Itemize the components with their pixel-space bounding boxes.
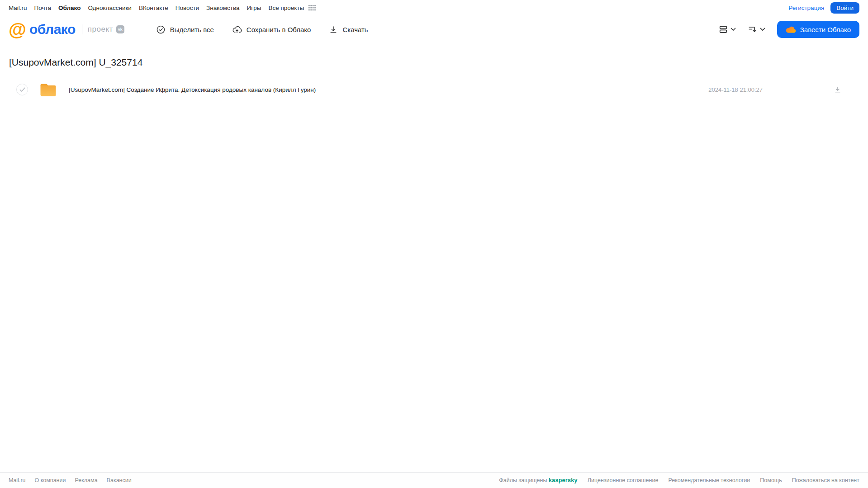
chevron-down-icon [760,28,765,31]
portal-link-mailru[interactable]: Mail.ru [9,5,27,11]
mailru-at-icon: @ [9,20,26,38]
portal-link-vse-proekty[interactable]: Все проекты [268,5,304,11]
save-to-cloud-button[interactable]: Сохранить в Облако [232,25,311,34]
cloud-color-icon [786,26,796,33]
download-all-label: Скачать [342,26,368,33]
download-icon [329,25,338,34]
create-cloud-label: Завести Облако [800,26,851,33]
file-row[interactable]: [UsupovMarket.com] Создание Ифрита. Дето… [9,80,859,99]
file-name[interactable]: [UsupovMarket.com] Создание Ифрита. Дето… [69,86,316,93]
footer-link-help[interactable]: Помощь [760,477,782,483]
footer-link-recommendation-tech[interactable]: Рекомендательные технологии [668,477,750,483]
select-all-label: Выделить все [170,26,214,33]
select-all-button[interactable]: Выделить все [156,25,214,34]
footer-link-jobs[interactable]: Вакансии [107,477,132,483]
portal-link-novosti[interactable]: Новости [175,5,199,11]
portal-auth-area: Регистрация Войти [788,2,859,14]
footer-link-about[interactable]: О компании [35,477,66,483]
cloud-logo-text: облако [29,22,76,37]
vk-badge-icon: vk [116,25,124,33]
kaspersky-protected-label: Файлы защищены kaspersky [499,477,577,483]
footer-link-mailru[interactable]: Mail.ru [9,477,26,483]
create-cloud-button[interactable]: Завести Облако [777,21,859,38]
folder-icon [40,83,57,97]
cloud-logo[interactable]: @ облако [9,20,76,38]
protected-text: Файлы защищены [499,477,547,483]
main-content: [UsupovMarket.com] U_325714 [UsupovMarke… [0,57,868,99]
footer-link-ads[interactable]: Реклама [75,477,97,483]
header-right-controls: Завести Облако [707,21,859,38]
sort-dropdown[interactable] [748,24,765,34]
cloud-upload-icon [232,25,242,34]
download-all-button[interactable]: Скачать [329,25,368,34]
file-date: 2024-11-18 21:00:27 [708,86,763,93]
kaspersky-logo-text[interactable]: kaspersky [549,477,578,483]
cloud-share-page: Mail.ru Почта Облако Одноклассники ВКонт… [0,0,868,488]
footer-left-links: Mail.ru О компании Реклама Вакансии [9,477,132,483]
logo-divider [82,24,82,34]
register-link[interactable]: Регистрация [788,5,824,11]
check-circle-icon [156,25,166,34]
portal-link-pochta[interactable]: Почта [34,5,52,11]
cloud-header: @ облако проект vk Выделить все [0,15,868,43]
row-download-icon[interactable] [834,85,842,94]
footer-link-report-content[interactable]: Пожаловаться на контент [792,477,859,483]
row-checkbox[interactable] [16,84,28,95]
portal-link-znakomstva[interactable]: Знакомства [206,5,239,11]
page-footer: Mail.ru О компании Реклама Вакансии Файл… [0,472,868,488]
page-title: [UsupovMarket.com] U_325714 [9,57,859,68]
portal-link-igry[interactable]: Игры [247,5,261,11]
portal-link-vkontakte[interactable]: ВКонтакте [139,5,168,11]
chevron-down-icon [730,28,736,31]
footer-link-license[interactable]: Лицензионное соглашение [588,477,659,483]
login-button[interactable]: Войти [830,2,859,14]
portal-link-oblako[interactable]: Облако [58,5,81,11]
portal-link-odnoklassniki[interactable]: Одноклассники [88,5,131,11]
view-list-icon [718,24,728,34]
file-toolbar: Выделить все Сохранить в Облако Скача [156,25,368,34]
portal-nav: Mail.ru Почта Облако Одноклассники ВКонт… [0,0,868,15]
apps-grid-icon[interactable] [308,5,316,11]
footer-right-links: Файлы защищены kaspersky Лицензионное со… [499,477,859,483]
sort-icon [748,24,758,34]
view-mode-dropdown[interactable] [718,24,736,34]
project-vk-label: проект [88,25,113,34]
save-to-cloud-label: Сохранить в Облако [247,26,311,33]
